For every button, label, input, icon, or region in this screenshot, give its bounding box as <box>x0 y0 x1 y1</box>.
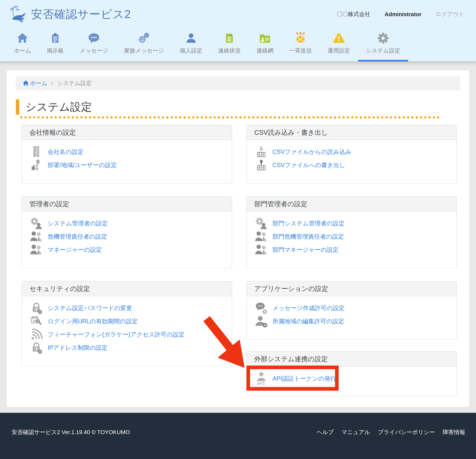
settings-link-row: システム管理者の設定 <box>29 217 225 230</box>
warning-triangle-icon <box>333 28 345 44</box>
settings-link[interactable]: IPアドレス制限の設定 <box>48 344 107 352</box>
cards-column-right: CSV読み込み・書き出し CSVファイルか <box>246 125 457 396</box>
settings-link[interactable]: 危機管理責任者の設定 <box>48 233 107 241</box>
card-csv: CSV読み込み・書き出し CSVファイルか <box>246 125 457 184</box>
settings-link-row: 部門システム管理者の設定 <box>254 217 450 230</box>
nav-label: 家族メッセージ <box>124 47 164 55</box>
nav-item-home[interactable]: ホーム <box>14 28 31 61</box>
contact-status-document-icon <box>224 28 235 44</box>
settings-link[interactable]: 部門システム管理者の設定 <box>272 219 345 228</box>
footer-links: ヘルプ マニュアル プライバシーポリシー 障害情報 <box>316 428 465 436</box>
footer-link-manual[interactable]: マニュアル <box>341 428 370 436</box>
page-title: システム設定 <box>16 99 460 115</box>
card-dept-admin: 部門管理者の設定 <box>246 196 457 268</box>
app-header: 安否確認サービス2 〇〇株式会社 Administrator ログアウト ホーム <box>0 0 476 61</box>
card-title: 部門管理者の設定 <box>247 197 457 212</box>
settings-link[interactable]: CSVファイルからの読み込み <box>272 148 352 156</box>
app-title: 安否確認サービス2 <box>31 7 131 22</box>
settings-link[interactable]: マネージャーの設定 <box>48 246 102 254</box>
contact-network-folder-icon <box>259 28 271 44</box>
person-icon <box>185 28 197 44</box>
gear-person-icon <box>254 217 268 230</box>
account-area: 〇〇株式会社 Administrator ログアウト <box>337 10 464 18</box>
building-icon <box>29 146 43 158</box>
settings-link[interactable]: 部門危機管理責任者の設定 <box>272 233 344 241</box>
nav-label: 一斉送信 <box>289 47 312 55</box>
footer-link-help[interactable]: ヘルプ <box>316 428 334 436</box>
api-token-link[interactable]: API認証トークンの発行 <box>272 375 336 383</box>
main-nav: ホーム 掲示板 メッセ <box>0 28 476 61</box>
settings-link-row: IPアドレス制限の設定 <box>29 341 225 354</box>
nav-item-operation-settings[interactable]: 運用設定 <box>328 28 350 61</box>
nav-label: 個人設定 <box>180 47 202 55</box>
family-message-icon <box>138 28 150 44</box>
company-name: 〇〇株式会社 <box>337 10 370 18</box>
card-admin: 管理者の設定 <box>21 196 232 268</box>
card-external-integration: 外部システム連携の設定 API API認証トークンの発行 <box>246 351 457 396</box>
breadcrumb-home-link[interactable]: ホーム <box>30 79 47 87</box>
card-title: セキュリティの設定 <box>22 281 232 296</box>
two-people-icon <box>254 230 268 243</box>
dove-logo-icon <box>8 5 29 24</box>
nav-item-bulletin-board[interactable]: 掲示板 <box>47 28 64 61</box>
nav-label: メッセージ <box>80 47 108 55</box>
nav-label: 連絡網 <box>256 47 273 55</box>
nav-label: 運用設定 <box>328 47 350 55</box>
breadcrumb: ホーム > システム設定 <box>16 76 460 90</box>
settings-link-row: CSVファイルへの書き出し <box>254 158 450 172</box>
settings-link[interactable]: システム管理者の設定 <box>48 219 108 228</box>
nav-label: ホーム <box>14 47 31 55</box>
settings-link[interactable]: メッセージ作成許可の設定 <box>272 304 345 312</box>
settings-link-row: メッセージ作成許可の設定 <box>254 302 450 315</box>
settings-link[interactable]: システム設定パスワードの変更 <box>48 304 132 312</box>
gear-person-icon <box>29 217 43 230</box>
settings-cards: 会社情報の設定 会社名の設定 <box>21 125 457 396</box>
bulletin-board-icon <box>50 28 61 44</box>
lock-gear-icon <box>29 341 43 354</box>
logout-link[interactable]: ログアウト <box>436 10 464 18</box>
nav-item-broadcast[interactable]: 一斉送信 <box>289 28 312 61</box>
settings-link[interactable]: 部署/地域/ユーザーの設定 <box>48 161 117 169</box>
cards-column-left: 会社情報の設定 会社名の設定 <box>21 125 232 366</box>
settings-link[interactable]: フィーチャーフォン(ガラケー)アクセス許可の設定 <box>48 331 185 339</box>
nav-item-contact-network[interactable]: 連絡網 <box>256 28 273 61</box>
card-company-info: 会社情報の設定 会社名の設定 <box>21 125 232 184</box>
two-people-icon <box>29 244 43 256</box>
safety-confirmation-app: 安否確認サービス2 〇〇株式会社 Administrator ログアウト ホーム <box>0 0 476 459</box>
nav-item-contact-status[interactable]: 連絡状況 <box>218 28 241 61</box>
settings-link-row: 部門危機管理責任者の設定 <box>254 230 450 243</box>
nav-item-family-message[interactable]: 家族メッセージ <box>124 28 164 61</box>
app-logo[interactable]: 安否確認サービス2 <box>8 5 131 24</box>
nav-item-message[interactable]: メッセージ <box>80 28 108 61</box>
home-icon <box>23 80 29 87</box>
page-title-text: システム設定 <box>26 99 92 115</box>
card-security: セキュリティの設定 <box>21 281 232 366</box>
org-chart-icon <box>29 159 43 171</box>
settings-link[interactable]: CSVファイルへの書き出し <box>272 161 345 169</box>
svg-text:20: 20 <box>33 319 36 322</box>
card-title: 管理者の設定 <box>22 197 232 212</box>
nav-item-personal-settings[interactable]: 個人設定 <box>180 28 202 61</box>
breadcrumb-separator: > <box>51 80 54 86</box>
page-body: ホーム > システム設定 システム設定 会社情報の設定 <box>0 61 476 413</box>
lock-gear-icon <box>29 302 43 314</box>
nav-item-system-settings[interactable]: システム設定 <box>366 28 400 61</box>
settings-link-row: 会社名の設定 <box>29 145 225 158</box>
settings-link[interactable]: 所属地域の編集許可の設定 <box>272 317 344 325</box>
settings-link[interactable]: ログイン用URLの有効期間の設定 <box>48 317 138 325</box>
footer-link-incident-info[interactable]: 障害情報 <box>443 428 465 436</box>
app-footer: 安否確認サービス2 Ver.1.19.40 © TOYOKUMO ヘルプ マニュ… <box>0 413 476 459</box>
card-title: 会社情報の設定 <box>22 125 232 140</box>
csv-export-icon <box>254 159 268 171</box>
settings-link-row: 危機管理責任者の設定 <box>29 230 225 243</box>
settings-link[interactable]: 会社名の設定 <box>48 148 84 156</box>
two-people-icon <box>29 230 43 243</box>
two-people-icon <box>254 244 268 256</box>
card-application: アプリケーションの設定 <box>246 281 457 340</box>
title-underline <box>19 116 439 119</box>
api-icon-label: API <box>257 382 265 386</box>
footer-link-privacy-policy[interactable]: プライバシーポリシー <box>378 428 435 436</box>
settings-link[interactable]: 部門マネージャーの設定 <box>272 246 339 254</box>
nav-label: 掲示板 <box>47 47 64 55</box>
csv-import-icon <box>254 146 268 158</box>
